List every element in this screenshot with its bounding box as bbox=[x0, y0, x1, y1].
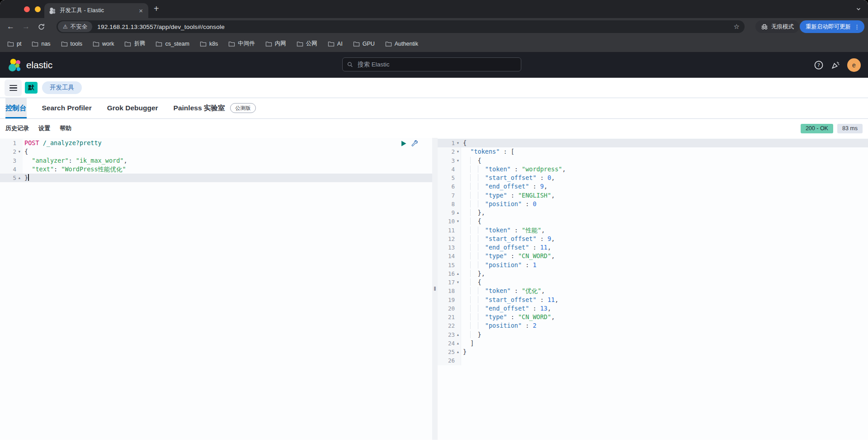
code-line[interactable]: 2▾ "tokens" : [ bbox=[438, 147, 868, 156]
code-line[interactable]: 1▾{ bbox=[438, 139, 868, 147]
tab-close-icon[interactable]: × bbox=[138, 7, 144, 14]
code-line[interactable]: 5 "start_offset" : 0, bbox=[438, 174, 868, 182]
bookmark-item[interactable]: 中间件 bbox=[228, 40, 255, 47]
code-line[interactable]: 10▾ { bbox=[438, 217, 868, 226]
code-line[interactable]: 2▾{ bbox=[0, 147, 432, 156]
indent-guide bbox=[470, 174, 477, 181]
space-switcher-badge[interactable]: 默 bbox=[25, 82, 38, 94]
bookmark-item[interactable]: 折腾 bbox=[124, 40, 145, 47]
fold-down-icon[interactable]: ▾ bbox=[455, 217, 461, 226]
code-line[interactable]: 4 "token" : "wordpress", bbox=[438, 165, 868, 174]
close-window-button[interactable] bbox=[24, 6, 30, 12]
code-text: "position" : 0 bbox=[461, 200, 868, 208]
bookmark-item[interactable]: tools bbox=[61, 41, 82, 47]
code-text bbox=[461, 356, 868, 365]
bookmark-item[interactable]: pt bbox=[7, 41, 21, 47]
devtools-tab[interactable]: Painless 实验室公测版 bbox=[174, 98, 256, 118]
code-text: { bbox=[461, 217, 868, 226]
address-bar[interactable]: ⚠ 不安全 192.168.21.13:30557/app/dev_tools#… bbox=[57, 20, 745, 33]
fold-down-icon[interactable]: ▾ bbox=[455, 278, 461, 287]
fold-down-icon[interactable]: ▾ bbox=[455, 147, 461, 156]
console-menu-item[interactable]: 设置 bbox=[38, 124, 50, 132]
fold-down-icon[interactable]: ▾ bbox=[455, 156, 461, 165]
browser-tab[interactable]: 开发工具 - Elastic × bbox=[44, 3, 148, 18]
bookmark-item[interactable]: AI bbox=[328, 41, 343, 47]
forward-button[interactable]: → bbox=[22, 22, 30, 31]
bookmark-item[interactable]: nas bbox=[32, 41, 50, 47]
indent-guide bbox=[478, 192, 485, 199]
code-text: POST /_analyze?pretty bbox=[23, 139, 432, 147]
gutter-cell: 10▾ bbox=[438, 217, 461, 226]
response-viewer[interactable]: 1▾{2▾ "tokens" : [3▾ {4 "token" : "wordp… bbox=[438, 138, 868, 440]
panel-resizer[interactable]: ‖ bbox=[432, 138, 438, 440]
request-options-wrench-icon[interactable] bbox=[411, 140, 418, 147]
fold-up-icon[interactable]: ▴ bbox=[455, 269, 461, 278]
tab-search-chevron-icon[interactable] bbox=[855, 6, 862, 12]
code-line[interactable]: 11 "token" : "性能", bbox=[438, 226, 868, 235]
help-icon[interactable]: ? bbox=[814, 60, 824, 70]
resizer-handle-icon[interactable]: ‖ bbox=[432, 285, 438, 292]
code-line[interactable]: 1POST /_analyze?pretty bbox=[0, 139, 432, 147]
bookmark-item[interactable]: work bbox=[93, 41, 114, 47]
fold-down-icon[interactable]: ▾ bbox=[455, 139, 461, 147]
code-line[interactable]: 24▴ ] bbox=[438, 339, 868, 348]
global-search-box[interactable] bbox=[342, 57, 521, 71]
code-line[interactable]: 7 "type" : "ENGLISH", bbox=[438, 191, 868, 200]
fold-down-icon[interactable]: ▾ bbox=[16, 147, 23, 156]
code-line[interactable]: 23▴ } bbox=[438, 330, 868, 339]
menu-hamburger-button[interactable] bbox=[5, 80, 22, 96]
browser-menu-icon[interactable]: ⋮ bbox=[854, 24, 860, 30]
bookmark-item[interactable]: 公网 bbox=[297, 40, 317, 47]
code-line[interactable]: 5▴} bbox=[0, 174, 432, 182]
bookmark-item[interactable]: cs_steam bbox=[156, 41, 189, 47]
bookmark-item[interactable]: 内网 bbox=[265, 40, 286, 47]
console-menu-item[interactable]: 帮助 bbox=[60, 124, 71, 132]
back-button[interactable]: ← bbox=[7, 22, 14, 31]
search-input[interactable] bbox=[357, 61, 516, 68]
bookmark-item[interactable]: GPU bbox=[353, 41, 375, 47]
code-line[interactable]: 14 "type" : "CN_WORD", bbox=[438, 252, 868, 260]
devtools-tab[interactable]: Grok Debugger bbox=[107, 98, 158, 118]
code-line[interactable]: 4 "text": "WordPress性能优化" bbox=[0, 165, 432, 174]
devtools-tab[interactable]: 控制台 bbox=[5, 98, 27, 118]
indent-guide bbox=[478, 305, 485, 312]
request-editor[interactable]: 1POST /_analyze?pretty2▾{3 "analyzer": "… bbox=[0, 138, 432, 440]
code-line[interactable]: 17▾ { bbox=[438, 278, 868, 287]
newsfeed-icon[interactable] bbox=[830, 60, 840, 70]
devtools-tab[interactable]: Search Profiler bbox=[42, 98, 92, 118]
code-line[interactable]: 22 "position" : 2 bbox=[438, 321, 868, 330]
relaunch-to-update-button[interactable]: 重新启动即可更新 ⋮ bbox=[800, 20, 864, 33]
fold-up-icon[interactable]: ▴ bbox=[455, 208, 461, 217]
new-tab-button[interactable]: + bbox=[154, 4, 159, 14]
code-line[interactable]: 20 "end_offset" : 13, bbox=[438, 304, 868, 313]
code-line[interactable]: 16▴ }, bbox=[438, 269, 868, 278]
minimize-window-button[interactable] bbox=[35, 6, 41, 12]
code-line[interactable]: 15 "position" : 1 bbox=[438, 261, 868, 269]
indent-guide bbox=[470, 235, 477, 242]
fold-up-icon[interactable]: ▴ bbox=[16, 174, 23, 182]
bookmark-item[interactable]: k8s bbox=[200, 41, 218, 47]
code-line[interactable]: 12 "start_offset" : 9, bbox=[438, 235, 868, 243]
code-line[interactable]: 8 "position" : 0 bbox=[438, 200, 868, 208]
code-line[interactable]: 6 "end_offset" : 9, bbox=[438, 182, 868, 191]
bookmark-star-icon[interactable]: ☆ bbox=[734, 23, 740, 31]
code-line[interactable]: 21 "type" : "CN_WORD", bbox=[438, 313, 868, 321]
bookmark-item[interactable]: Authentik bbox=[385, 41, 418, 47]
send-request-button[interactable] bbox=[401, 140, 407, 147]
code-line[interactable]: 18 "token" : "优化", bbox=[438, 287, 868, 295]
reload-button[interactable] bbox=[38, 23, 45, 31]
code-line[interactable]: 3 "analyzer": "ik_max_word", bbox=[0, 156, 432, 165]
code-line[interactable]: 13 "end_offset" : 11, bbox=[438, 243, 868, 252]
fold-up-icon[interactable]: ▴ bbox=[455, 330, 461, 339]
user-avatar[interactable]: e bbox=[847, 58, 861, 72]
code-line[interactable]: 3▾ { bbox=[438, 156, 868, 165]
code-line[interactable]: 25▴} bbox=[438, 348, 868, 356]
fold-up-icon[interactable]: ▴ bbox=[455, 339, 461, 348]
code-line[interactable]: 9▴ }, bbox=[438, 208, 868, 217]
breadcrumb[interactable]: 开发工具 bbox=[42, 81, 82, 94]
fold-up-icon[interactable]: ▴ bbox=[455, 348, 461, 356]
security-chip[interactable]: ⚠ 不安全 bbox=[58, 21, 92, 32]
console-menu-item[interactable]: 历史记录 bbox=[5, 124, 29, 132]
code-line[interactable]: 26 bbox=[438, 356, 868, 365]
code-line[interactable]: 19 "start_offset" : 11, bbox=[438, 296, 868, 304]
